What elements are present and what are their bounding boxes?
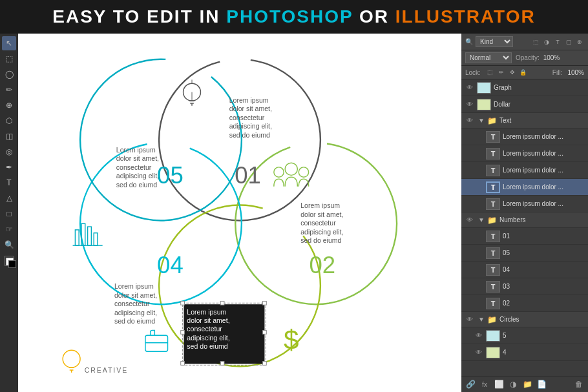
folder-icon[interactable]: 📁: [522, 379, 532, 389]
layer-label-text2: Lorem ipsum dolor ...: [503, 150, 584, 157]
folder-label-numbers: Numbers: [499, 216, 526, 223]
folder-circles[interactable]: 👁 ▼ 📁 Circles: [461, 312, 588, 327]
svg-text:sed do eiumd: sed do eiumd: [229, 131, 270, 139]
layer-num02[interactable]: 👁 T 02: [461, 295, 588, 312]
layer-dollar[interactable]: 👁 Dollar: [461, 96, 588, 113]
tool-arrow[interactable]: ↖: [2, 36, 16, 50]
layer-num03[interactable]: 👁 T 03: [461, 278, 588, 295]
svg-rect-33: [263, 331, 267, 335]
panel-search-row: 🔍 Kind ⬚ ◑ T ▢ ⊗: [461, 34, 588, 50]
svg-text:dolor sit amet,: dolor sit amet,: [300, 211, 343, 218]
tool-dodge[interactable]: ◎: [2, 145, 16, 159]
layer-label-num03: 03: [503, 283, 584, 290]
tool-crop[interactable]: ⬚: [2, 52, 16, 66]
layer-circle4[interactable]: 👁 4: [461, 344, 588, 361]
layer-label-circle5: 5: [503, 332, 584, 339]
layer-num05[interactable]: 👁 T 05: [461, 245, 588, 262]
tool-shape[interactable]: □: [2, 207, 16, 221]
lock-row: Lock: ⬚ ✏ ✥ 🔒 Fill: 100%: [461, 66, 588, 79]
fill-label: Fill:: [552, 69, 563, 76]
layer-num04[interactable]: 👁 T 04: [461, 262, 588, 278]
layer-num01[interactable]: 👁 T 01: [461, 228, 588, 245]
lock-position-icon[interactable]: ✥: [508, 68, 517, 77]
layer-label-text5: Lorem ipsum dolor ...: [503, 200, 584, 207]
layer-label-text4: Lorem ipsum dolor ...: [503, 183, 584, 191]
layer-circle5[interactable]: 👁 5: [461, 327, 588, 344]
lock-pixels-icon[interactable]: ✏: [497, 68, 506, 77]
layer-thumb-text1: T: [486, 131, 500, 143]
svg-text:consectetur: consectetur: [187, 325, 222, 333]
folder-numbers[interactable]: 👁 ▼ 📁 Numbers: [461, 212, 588, 228]
new-layer-icon[interactable]: 📄: [536, 379, 547, 389]
canvas-area: 01 Lorem ipsum dolor sit amet, consectet…: [18, 34, 461, 392]
layer-thumb-num01: T: [486, 231, 500, 242]
layer-graph[interactable]: 👁 Graph: [461, 79, 588, 96]
layer-eye-numbers-folder[interactable]: 👁: [465, 216, 474, 225]
tool-stamp[interactable]: ⊕: [2, 98, 16, 112]
tool-pen[interactable]: ✒: [2, 160, 16, 174]
fx-icon[interactable]: fx: [479, 379, 490, 389]
layer-eye-circles-folder[interactable]: 👁: [465, 315, 474, 324]
layer-label-text1: Lorem ipsum dolor ...: [503, 133, 584, 140]
tool-hand[interactable]: ☞: [2, 222, 16, 236]
kind-select[interactable]: Kind: [476, 36, 513, 47]
new-group-icon[interactable]: 🔗: [465, 379, 476, 389]
layer-thumb-text2: T: [486, 148, 500, 160]
folder-text[interactable]: 👁 ▼ 📁 Text: [461, 113, 588, 129]
tool-brush[interactable]: ✏: [2, 83, 16, 97]
layer-text2[interactable]: 👁 T Lorem ipsum dolor ...: [461, 145, 588, 162]
layer-thumb-num02: T: [486, 298, 500, 309]
svg-text:05: 05: [157, 162, 184, 189]
svg-text:$: $: [284, 325, 299, 355]
header-prefix: EASY TO EDIT IN: [52, 6, 226, 26]
tool-type[interactable]: T: [2, 176, 16, 190]
layer-text3[interactable]: 👁 T Lorem ipsum dolor ...: [461, 162, 588, 179]
adjustment-icon[interactable]: ◑: [508, 379, 518, 389]
filter-adjust-icon[interactable]: ◑: [542, 37, 551, 46]
svg-text:consectetur: consectetur: [114, 300, 150, 307]
layers-panel: 🔍 Kind ⬚ ◑ T ▢ ⊗ Normal Opacity: 100% Lo…: [461, 34, 588, 392]
folder-icon-numbers: 📁: [487, 216, 497, 225]
layer-eye-circle4[interactable]: 👁: [474, 348, 483, 357]
filter-smart-icon[interactable]: ⊗: [575, 37, 584, 46]
tool-path[interactable]: △: [2, 191, 16, 205]
lock-all-icon[interactable]: 🔒: [519, 68, 528, 77]
layer-thumb-text5: T: [486, 198, 500, 210]
layer-eye-graph[interactable]: 👁: [465, 83, 474, 92]
folder-icon-text: 📁: [487, 116, 497, 125]
layer-thumb-graph: [477, 82, 491, 94]
delete-layer-icon[interactable]: 🗑: [574, 379, 584, 389]
folder-arrow-numbers: ▼: [478, 216, 485, 223]
tool-gradient[interactable]: ◫: [2, 129, 16, 143]
svg-text:consectetur: consectetur: [300, 219, 336, 227]
svg-text:CREATIVE: CREATIVE: [85, 366, 128, 374]
layer-eye-text-folder[interactable]: 👁: [465, 116, 474, 125]
layer-text1[interactable]: 👁 T Lorem ipsum dolor ...: [461, 129, 588, 145]
tool-zoom[interactable]: 🔍: [2, 238, 16, 252]
tool-lasso[interactable]: ◯: [2, 67, 16, 81]
filter-pixel-icon[interactable]: ⬚: [531, 37, 540, 46]
mask-icon[interactable]: ⬜: [494, 379, 504, 389]
search-icon: 🔍: [465, 38, 473, 45]
lock-transparent-icon[interactable]: ⬚: [486, 68, 495, 77]
layer-label-text3: Lorem ipsum dolor ...: [503, 167, 584, 174]
layer-label-circle4: 4: [503, 349, 584, 356]
layer-eye-circle5[interactable]: 👁: [474, 331, 483, 340]
filter-shape-icon[interactable]: ▢: [564, 37, 573, 46]
svg-text:dolor sit amet,: dolor sit amet,: [229, 105, 272, 112]
lock-label: Lock:: [465, 69, 481, 76]
blend-mode-select[interactable]: Normal: [465, 52, 512, 63]
layer-text5[interactable]: 👁 T Lorem ipsum dolor ...: [461, 196, 588, 212]
layer-eye-dollar[interactable]: 👁: [465, 100, 474, 109]
filter-type-icon[interactable]: T: [553, 37, 562, 46]
svg-text:adipiscing elit,: adipiscing elit,: [116, 172, 159, 180]
svg-text:Lorem ipsum: Lorem ipsum: [116, 146, 156, 154]
svg-text:dolor sit amet,: dolor sit amet,: [187, 316, 229, 324]
tool-fg-color[interactable]: [4, 256, 14, 266]
tool-eraser[interactable]: ⬡: [2, 114, 16, 128]
svg-text:Lorem ipsum: Lorem ipsum: [300, 201, 340, 209]
panel-filter-icons: ⬚ ◑ T ▢ ⊗: [531, 37, 584, 46]
layer-text4[interactable]: 👁 T Lorem ipsum dolor ...: [461, 179, 588, 196]
blend-mode-row: Normal Opacity: 100%: [461, 50, 588, 66]
svg-text:dolor sit amet,: dolor sit amet,: [114, 291, 157, 299]
